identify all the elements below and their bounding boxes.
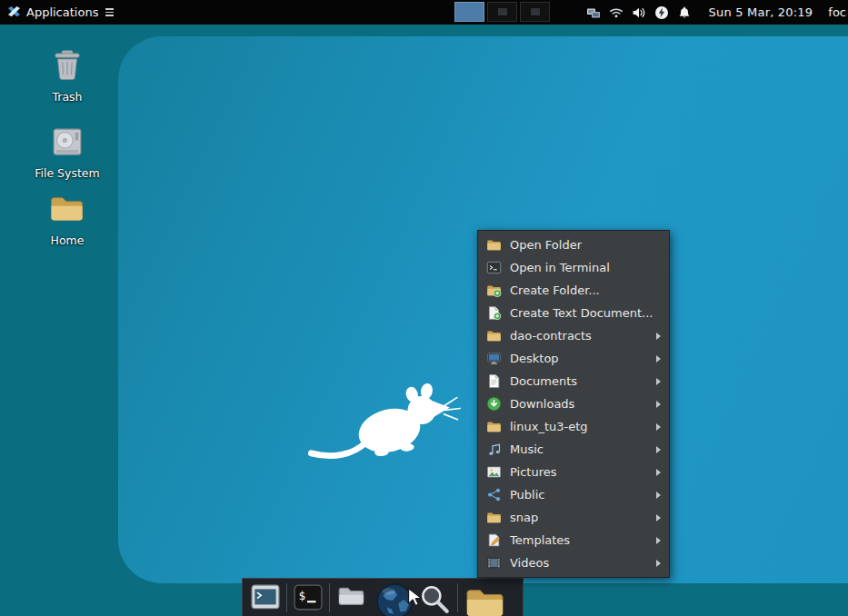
system-tray: Sun 5 Mar, 20:19 foc xyxy=(586,0,848,25)
dock-separator xyxy=(329,583,330,612)
bottom-dock: $ xyxy=(242,578,524,616)
desktop-icon-label: Trash xyxy=(52,90,82,104)
notifications-bell-icon[interactable] xyxy=(677,5,692,20)
submenu-arrow-icon xyxy=(656,560,661,567)
power-manager-icon[interactable] xyxy=(654,5,669,20)
xfce-mouse-logo xyxy=(303,373,465,476)
folder-icon xyxy=(486,510,502,525)
menu-item-open-in-terminal[interactable]: Open in Terminal xyxy=(478,256,669,279)
desktop-icon-file-system[interactable]: File System xyxy=(22,124,113,180)
submenu-arrow-icon xyxy=(656,333,661,340)
music-icon xyxy=(486,442,502,457)
dock-separator xyxy=(457,583,458,612)
submenu-arrow-icon xyxy=(656,446,661,453)
submenu-arrow-icon xyxy=(656,537,661,544)
folder-icon xyxy=(486,419,502,434)
workspace-button-1[interactable] xyxy=(454,2,484,22)
submenu-arrow-icon xyxy=(656,469,661,476)
folder-launcher-icon[interactable] xyxy=(464,582,507,616)
svg-text:$: $ xyxy=(298,589,305,602)
document-icon xyxy=(486,373,502,389)
template-icon xyxy=(486,532,502,548)
applications-menu-button[interactable]: Applications xyxy=(0,0,121,25)
mouse-cursor xyxy=(404,587,424,607)
menu-item-templates[interactable]: Templates xyxy=(478,529,669,551)
desktop-icon-home[interactable]: Home xyxy=(22,191,113,247)
desktop-icon xyxy=(486,351,502,366)
terminal-icon xyxy=(486,260,502,275)
menu-item-snap[interactable]: snap xyxy=(478,506,669,529)
desktop-icon-trash[interactable]: Trash xyxy=(22,45,113,104)
menu-item-videos[interactable]: Videos xyxy=(478,551,669,574)
share-icon xyxy=(486,487,502,502)
menu-item-documents[interactable]: Documents xyxy=(478,370,669,392)
terminal-launcher-icon[interactable]: $ xyxy=(293,582,324,613)
picture-icon xyxy=(486,464,502,480)
submenu-arrow-icon xyxy=(656,423,661,431)
volume-icon[interactable] xyxy=(632,5,646,20)
home-folder-icon xyxy=(47,191,87,229)
applications-label: Applications xyxy=(26,5,98,19)
wifi-icon[interactable] xyxy=(609,5,624,20)
new-folder-icon xyxy=(486,283,502,298)
new-document-icon xyxy=(486,305,502,321)
menu-item-pictures[interactable]: Pictures xyxy=(478,461,669,483)
clock[interactable]: Sun 5 Mar, 20:19 xyxy=(709,5,813,19)
menu-item-linux-tu3-etg[interactable]: linux_tu3-etg xyxy=(478,415,669,438)
workspace-pager xyxy=(454,2,550,22)
submenu-arrow-icon xyxy=(656,355,661,363)
menu-item-downloads[interactable]: Downloads xyxy=(478,392,669,415)
workspace-button-2[interactable] xyxy=(487,2,517,22)
submenu-arrow-icon xyxy=(656,401,661,408)
desktop-icon-label: Home xyxy=(51,233,85,247)
desktop-icon-label: File System xyxy=(35,166,100,180)
file-manager-launcher-icon[interactable] xyxy=(335,582,368,613)
folder-icon xyxy=(486,328,502,343)
download-icon xyxy=(486,396,502,412)
menu-item-music[interactable]: Music xyxy=(478,438,669,461)
menu-item-desktop[interactable]: Desktop xyxy=(478,347,669,370)
folder-icon xyxy=(486,237,502,253)
menu-item-open-folder[interactable]: Open Folder xyxy=(478,233,669,256)
video-icon xyxy=(486,555,502,571)
dock-separator xyxy=(286,583,287,612)
xterm-launcher-icon[interactable] xyxy=(250,582,281,613)
top-panel: Applications Sun 5 Mar, 20:19 foc xyxy=(0,0,848,25)
submenu-arrow-icon xyxy=(656,378,661,385)
menu-item-dao-contracts[interactable]: dao-contracts xyxy=(478,324,669,347)
desktop-context-menu: Open Folder Open in Terminal Create Fold… xyxy=(477,230,670,578)
trash-icon xyxy=(48,45,86,85)
xfce-logo-icon xyxy=(7,5,21,19)
submenu-arrow-icon xyxy=(656,492,661,499)
workspace-button-3[interactable] xyxy=(520,2,550,22)
submenu-arrow-icon xyxy=(656,514,661,522)
hard-drive-icon xyxy=(48,124,86,162)
menu-lines-icon xyxy=(105,8,114,16)
panel-right-text: foc xyxy=(828,5,846,19)
menu-item-create-text-document[interactable]: Create Text Document... xyxy=(478,302,669,324)
menu-item-create-folder[interactable]: Create Folder... xyxy=(478,279,669,302)
network-icon[interactable] xyxy=(586,5,601,20)
xfce-desktop: Applications Sun 5 Mar, 20:19 foc Trash … xyxy=(0,0,848,616)
menu-item-public[interactable]: Public xyxy=(478,483,669,506)
